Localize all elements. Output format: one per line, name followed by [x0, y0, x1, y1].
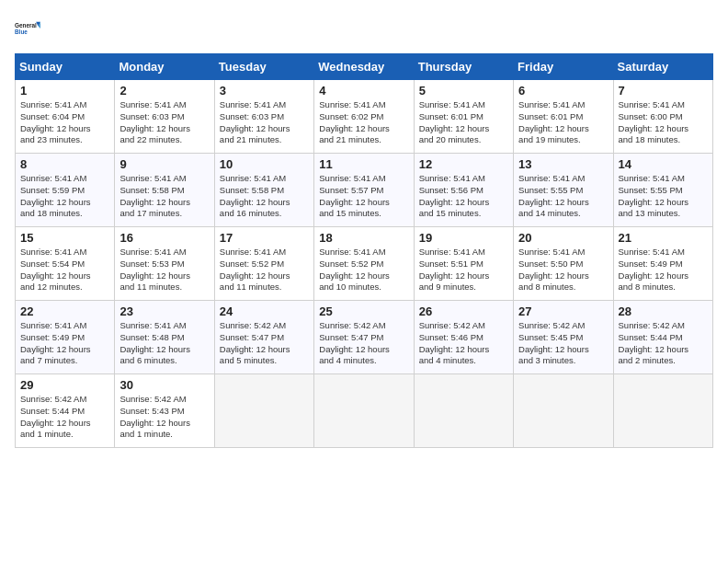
calendar-cell-6: 6Sunrise: 5:41 AM Sunset: 6:01 PM Daylig…	[514, 80, 613, 154]
header-saturday: Saturday	[613, 54, 712, 80]
calendar-cell-25: 25Sunrise: 5:42 AM Sunset: 5:47 PM Dayli…	[314, 301, 414, 374]
day-number: 1	[20, 84, 109, 98]
calendar-cell-2: 2Sunrise: 5:41 AM Sunset: 6:03 PM Daylig…	[115, 80, 214, 154]
calendar-cell-27: 27Sunrise: 5:42 AM Sunset: 5:45 PM Dayli…	[514, 301, 613, 374]
day-info: Sunrise: 5:41 AM Sunset: 6:03 PM Dayligh…	[119, 99, 209, 146]
day-number: 6	[518, 84, 608, 98]
day-info: Sunrise: 5:41 AM Sunset: 5:49 PM Dayligh…	[20, 320, 109, 367]
day-info: Sunrise: 5:42 AM Sunset: 5:46 PM Dayligh…	[419, 320, 508, 367]
day-number: 11	[319, 157, 408, 171]
calendar-cell-5: 5Sunrise: 5:41 AM Sunset: 6:01 PM Daylig…	[414, 80, 513, 154]
calendar-cell-24: 24Sunrise: 5:42 AM Sunset: 5:47 PM Dayli…	[214, 301, 313, 374]
calendar-cell-11: 11Sunrise: 5:41 AM Sunset: 5:57 PM Dayli…	[314, 154, 414, 227]
calendar-cell-28: 28Sunrise: 5:42 AM Sunset: 5:44 PM Dayli…	[613, 301, 712, 374]
day-info: Sunrise: 5:42 AM Sunset: 5:44 PM Dayligh…	[20, 394, 109, 441]
day-number: 3	[220, 84, 309, 98]
calendar-cell-26: 26Sunrise: 5:42 AM Sunset: 5:46 PM Dayli…	[414, 301, 513, 374]
calendar-cell-12: 12Sunrise: 5:41 AM Sunset: 5:56 PM Dayli…	[414, 154, 513, 227]
day-number: 15	[20, 231, 109, 245]
day-number: 8	[20, 157, 109, 171]
day-number: 13	[518, 157, 608, 171]
calendar-cell-20: 20Sunrise: 5:41 AM Sunset: 5:50 PM Dayli…	[514, 227, 613, 301]
day-number: 30	[119, 378, 209, 392]
calendar-cell-empty-4-3	[314, 374, 414, 448]
calendar-cell-10: 10Sunrise: 5:41 AM Sunset: 5:58 PM Dayli…	[214, 154, 313, 227]
day-number: 26	[419, 304, 508, 318]
day-number: 19	[419, 231, 508, 245]
logo: GeneralBlue	[15, 15, 44, 44]
page-header: GeneralBlue	[15, 15, 713, 44]
calendar-cell-3: 3Sunrise: 5:41 AM Sunset: 6:03 PM Daylig…	[214, 80, 313, 154]
day-info: Sunrise: 5:41 AM Sunset: 5:52 PM Dayligh…	[319, 247, 408, 293]
header-row: SundayMondayTuesdayWednesdayThursdayFrid…	[16, 54, 713, 80]
day-number: 27	[518, 304, 608, 318]
calendar-cell-19: 19Sunrise: 5:41 AM Sunset: 5:51 PM Dayli…	[414, 227, 513, 301]
svg-text:General: General	[15, 22, 37, 29]
day-number: 25	[319, 304, 408, 318]
header-sunday: Sunday	[16, 54, 115, 80]
calendar-cell-empty-4-5	[514, 374, 613, 448]
calendar-cell-empty-4-4	[414, 374, 513, 448]
logo-icon: GeneralBlue	[15, 15, 44, 44]
day-number: 29	[20, 378, 109, 392]
calendar-week-4: 29Sunrise: 5:42 AM Sunset: 5:44 PM Dayli…	[16, 374, 713, 448]
day-number: 18	[319, 231, 408, 245]
day-info: Sunrise: 5:41 AM Sunset: 5:52 PM Dayligh…	[220, 247, 309, 293]
calendar-cell-14: 14Sunrise: 5:41 AM Sunset: 5:55 PM Dayli…	[613, 154, 712, 227]
calendar-cell-9: 9Sunrise: 5:41 AM Sunset: 5:58 PM Daylig…	[115, 154, 214, 227]
day-info: Sunrise: 5:41 AM Sunset: 5:56 PM Dayligh…	[419, 173, 508, 220]
calendar-cell-16: 16Sunrise: 5:41 AM Sunset: 5:53 PM Dayli…	[115, 227, 214, 301]
day-info: Sunrise: 5:42 AM Sunset: 5:45 PM Dayligh…	[518, 320, 608, 367]
day-info: Sunrise: 5:41 AM Sunset: 6:03 PM Dayligh…	[220, 99, 309, 146]
day-number: 5	[419, 84, 508, 98]
day-info: Sunrise: 5:41 AM Sunset: 5:55 PM Dayligh…	[518, 173, 608, 220]
day-number: 17	[220, 231, 309, 245]
calendar-cell-23: 23Sunrise: 5:41 AM Sunset: 5:48 PM Dayli…	[115, 301, 214, 374]
day-info: Sunrise: 5:41 AM Sunset: 5:48 PM Dayligh…	[119, 320, 209, 367]
day-info: Sunrise: 5:41 AM Sunset: 5:53 PM Dayligh…	[119, 247, 209, 293]
calendar-cell-30: 30Sunrise: 5:42 AM Sunset: 5:43 PM Dayli…	[115, 374, 214, 448]
day-info: Sunrise: 5:42 AM Sunset: 5:43 PM Dayligh…	[119, 394, 209, 441]
day-info: Sunrise: 5:41 AM Sunset: 5:50 PM Dayligh…	[518, 247, 608, 293]
header-friday: Friday	[514, 54, 613, 80]
calendar-cell-21: 21Sunrise: 5:41 AM Sunset: 5:49 PM Dayli…	[613, 227, 712, 301]
day-number: 24	[220, 304, 309, 318]
day-number: 7	[619, 84, 708, 98]
day-info: Sunrise: 5:42 AM Sunset: 5:47 PM Dayligh…	[319, 320, 408, 367]
day-number: 10	[220, 157, 309, 171]
day-info: Sunrise: 5:41 AM Sunset: 6:04 PM Dayligh…	[20, 99, 109, 146]
day-info: Sunrise: 5:41 AM Sunset: 5:58 PM Dayligh…	[220, 173, 309, 220]
day-number: 2	[119, 84, 209, 98]
day-number: 21	[619, 231, 708, 245]
calendar-cell-1: 1Sunrise: 5:41 AM Sunset: 6:04 PM Daylig…	[16, 80, 115, 154]
day-info: Sunrise: 5:41 AM Sunset: 5:59 PM Dayligh…	[20, 173, 109, 220]
calendar-cell-13: 13Sunrise: 5:41 AM Sunset: 5:55 PM Dayli…	[514, 154, 613, 227]
calendar-cell-8: 8Sunrise: 5:41 AM Sunset: 5:59 PM Daylig…	[16, 154, 115, 227]
day-info: Sunrise: 5:41 AM Sunset: 5:51 PM Dayligh…	[419, 247, 508, 293]
day-info: Sunrise: 5:41 AM Sunset: 5:54 PM Dayligh…	[20, 247, 109, 293]
day-number: 12	[419, 157, 508, 171]
day-number: 4	[319, 84, 408, 98]
calendar-cell-4: 4Sunrise: 5:41 AM Sunset: 6:02 PM Daylig…	[314, 80, 414, 154]
day-number: 9	[119, 157, 209, 171]
header-thursday: Thursday	[414, 54, 513, 80]
header-wednesday: Wednesday	[314, 54, 414, 80]
day-number: 20	[518, 231, 608, 245]
day-info: Sunrise: 5:41 AM Sunset: 6:01 PM Dayligh…	[518, 99, 608, 146]
day-info: Sunrise: 5:41 AM Sunset: 5:49 PM Dayligh…	[619, 247, 708, 293]
day-info: Sunrise: 5:41 AM Sunset: 5:57 PM Dayligh…	[319, 173, 408, 220]
day-number: 23	[119, 304, 209, 318]
day-info: Sunrise: 5:42 AM Sunset: 5:44 PM Dayligh…	[619, 320, 708, 367]
calendar-cell-empty-4-6	[613, 374, 712, 448]
calendar-table: SundayMondayTuesdayWednesdayThursdayFrid…	[15, 53, 713, 448]
calendar-cell-22: 22Sunrise: 5:41 AM Sunset: 5:49 PM Dayli…	[16, 301, 115, 374]
calendar-cell-15: 15Sunrise: 5:41 AM Sunset: 5:54 PM Dayli…	[16, 227, 115, 301]
day-info: Sunrise: 5:41 AM Sunset: 6:00 PM Dayligh…	[619, 99, 708, 146]
header-monday: Monday	[115, 54, 214, 80]
calendar-week-3: 22Sunrise: 5:41 AM Sunset: 5:49 PM Dayli…	[16, 301, 713, 374]
day-number: 14	[619, 157, 708, 171]
calendar-week-1: 8Sunrise: 5:41 AM Sunset: 5:59 PM Daylig…	[16, 154, 713, 227]
day-info: Sunrise: 5:41 AM Sunset: 6:02 PM Dayligh…	[319, 99, 408, 146]
calendar-week-2: 15Sunrise: 5:41 AM Sunset: 5:54 PM Dayli…	[16, 227, 713, 301]
day-number: 28	[619, 304, 708, 318]
